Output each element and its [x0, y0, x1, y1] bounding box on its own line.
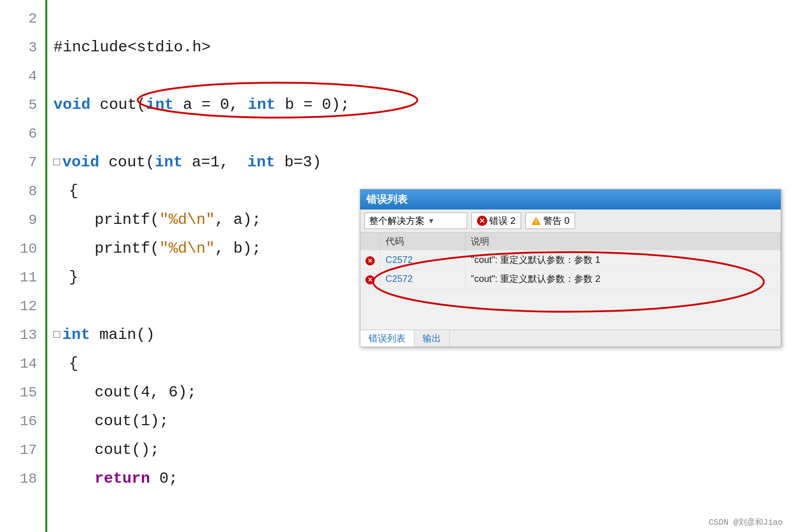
code-line-2: [53, 4, 791, 33]
error-row-2-message: "cout": 重定义默认参数：参数 2: [466, 270, 781, 289]
code-line-4: [53, 62, 791, 90]
error-empty-row: [360, 289, 781, 330]
error-row-2-icon: ✕: [360, 270, 380, 289]
col-icon: [360, 233, 380, 251]
code-line-15: cout(4, 6);: [53, 378, 791, 407]
line-num-9: 9: [0, 205, 45, 234]
line-num-5: 5: [0, 90, 45, 119]
line-num-4: 4: [0, 62, 45, 90]
error-2-circle-icon: ✕: [365, 275, 375, 284]
error-row-1-icon: ✕: [360, 251, 380, 270]
error-1-circle-icon: ✕: [365, 256, 375, 265]
dropdown-arrow-icon: ▼: [428, 217, 435, 225]
error-panel-header: 错误列表: [360, 189, 781, 210]
code-line-16: cout(1);: [53, 407, 791, 435]
code-line-18: return 0 ;: [53, 464, 791, 493]
error-row-1[interactable]: ✕ C2572 "cout": 重定义默认参数：参数 1: [360, 251, 781, 270]
code-border: [45, 0, 47, 532]
line-numbers: 2 3 4 5 6 7 8 9 10 11 12 13 14 15 16 17 …: [0, 0, 45, 493]
line-num-11: 11: [0, 263, 45, 292]
line-num-3: 3: [0, 33, 45, 62]
error-2-code-link[interactable]: C2572: [385, 274, 413, 284]
error-row-2[interactable]: ✕ C2572 "cout": 重定义默认参数：参数 2: [360, 270, 781, 289]
code-line-5: void cout( int a = 0 , int b = 0 );: [53, 90, 791, 119]
line-num-13: 13: [0, 320, 45, 349]
line-num-8: 8: [0, 177, 45, 205]
code-line-6: [53, 119, 791, 148]
error-count-label: 错误 2: [489, 215, 516, 227]
line-num-6: 6: [0, 119, 45, 148]
warning-triangle-icon: !: [531, 216, 541, 225]
line-num-18: 18: [0, 464, 45, 493]
error-row-1-message: "cout": 重定义默认参数：参数 1: [466, 251, 781, 270]
error-table-body: ✕ C2572 "cout": 重定义默认参数：参数 1 ✕ C2572 "co…: [360, 251, 781, 330]
col-code: 代码: [380, 233, 466, 251]
tab-error-list[interactable]: 错误列表: [360, 330, 414, 347]
error-panel[interactable]: 错误列表 整个解决方案 ▼ ✕ 错误 2 ! 警告 0: [360, 189, 781, 347]
warning-count-label: 警告 0: [543, 215, 569, 227]
line-num-10: 10: [0, 234, 45, 263]
error-row-2-code: C2572: [380, 270, 466, 289]
line-num-16: 16: [0, 407, 45, 435]
code-line-17: cout();: [53, 435, 791, 464]
watermark: CSDN @刘彦和Jiao: [709, 517, 783, 528]
line-num-17: 17: [0, 435, 45, 464]
code-line-7: □ void cout( int a=1, int b=3): [53, 148, 791, 177]
warning-count-badge[interactable]: ! 警告 0: [525, 213, 575, 229]
code-line-14: {: [53, 349, 791, 378]
tab-output[interactable]: 输出: [414, 330, 450, 347]
error-1-code-link[interactable]: C2572: [385, 255, 413, 265]
code-line-3: #include<stdio.h>: [53, 33, 791, 62]
line-num-7: 7: [0, 148, 45, 177]
line-num-2: 2: [0, 4, 45, 33]
error-panel-toolbar: 整个解决方案 ▼ ✕ 错误 2 ! 警告 0: [360, 210, 781, 233]
solution-dropdown[interactable]: 整个解决方案 ▼: [364, 213, 467, 229]
dropdown-label: 整个解决方案: [369, 215, 425, 227]
col-message: 说明: [466, 233, 781, 251]
error-table: 代码 说明 ✕ C2572 "cout": 重定义默认参数：参数 1 ✕: [360, 233, 781, 330]
error-panel-title: 错误列表: [366, 193, 408, 206]
error-row-1-code: C2572: [380, 251, 466, 270]
code-editor: 2 3 4 5 6 7 8 9 10 11 12 13 14 15 16 17 …: [0, 0, 791, 532]
line-num-12: 12: [0, 292, 45, 320]
svg-text:!: !: [535, 219, 537, 225]
line-num-15: 15: [0, 378, 45, 407]
error-table-header: 代码 说明: [360, 233, 781, 251]
error-count-badge[interactable]: ✕ 错误 2: [471, 213, 521, 229]
error-circle-icon: ✕: [477, 216, 487, 226]
line-num-14: 14: [0, 349, 45, 378]
error-panel-tabs: 错误列表 输出: [360, 330, 781, 347]
